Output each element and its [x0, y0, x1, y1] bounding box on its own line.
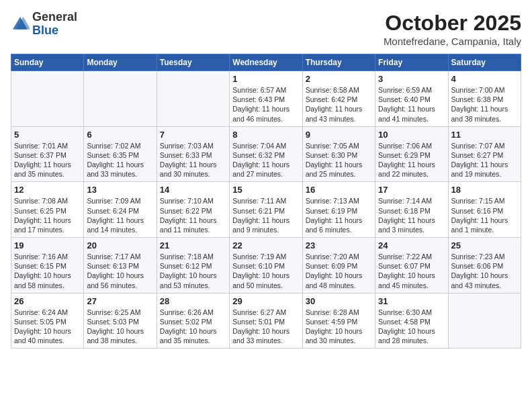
- day-info: Sunrise: 7:10 AM Sunset: 6:22 PM Dayligh…: [160, 197, 217, 234]
- day-number: 15: [232, 185, 299, 195]
- calendar-cell: 5Sunrise: 7:01 AM Sunset: 6:37 PM Daylig…: [11, 126, 84, 182]
- logo-blue-label: Blue: [32, 24, 77, 38]
- day-number: 20: [87, 240, 153, 250]
- week-row-4: 19Sunrise: 7:16 AM Sunset: 6:15 PM Dayli…: [11, 238, 521, 293]
- day-info: Sunrise: 7:14 AM Sunset: 6:18 PM Dayligh…: [378, 197, 435, 234]
- calendar-cell: 1Sunrise: 6:57 AM Sunset: 6:43 PM Daylig…: [230, 71, 302, 127]
- day-info: Sunrise: 6:25 AM Sunset: 5:03 PM Dayligh…: [87, 308, 144, 345]
- day-info: Sunrise: 7:08 AM Sunset: 6:25 PM Dayligh…: [14, 197, 71, 234]
- day-info: Sunrise: 6:26 AM Sunset: 5:02 PM Dayligh…: [160, 308, 217, 345]
- day-number: 29: [232, 296, 299, 306]
- calendar-cell: 8Sunrise: 7:04 AM Sunset: 6:32 PM Daylig…: [230, 126, 302, 182]
- calendar-subtitle: Montefredane, Campania, Italy: [384, 36, 521, 47]
- day-info: Sunrise: 7:07 AM Sunset: 6:27 PM Dayligh…: [451, 142, 508, 179]
- day-info: Sunrise: 7:09 AM Sunset: 6:24 PM Dayligh…: [87, 197, 144, 234]
- calendar-cell: 6Sunrise: 7:02 AM Sunset: 6:35 PM Daylig…: [84, 126, 157, 182]
- day-info: Sunrise: 7:22 AM Sunset: 6:07 PM Dayligh…: [378, 253, 435, 289]
- calendar-table: SundayMondayTuesdayWednesdayThursdayFrid…: [11, 54, 521, 349]
- calendar-cell: 24Sunrise: 7:22 AM Sunset: 6:07 PM Dayli…: [375, 238, 448, 293]
- page-header: General Blue October 2025 Montefredane, …: [11, 11, 521, 47]
- header-thursday: Thursday: [302, 54, 375, 71]
- calendar-cell: 14Sunrise: 7:10 AM Sunset: 6:22 PM Dayli…: [157, 182, 229, 238]
- day-info: Sunrise: 6:30 AM Sunset: 4:58 PM Dayligh…: [378, 308, 435, 345]
- day-info: Sunrise: 6:28 AM Sunset: 4:59 PM Dayligh…: [306, 308, 363, 345]
- calendar-title: October 2025: [384, 11, 521, 36]
- day-info: Sunrise: 7:19 AM Sunset: 6:10 PM Dayligh…: [232, 253, 290, 289]
- calendar-cell: 31Sunrise: 6:30 AM Sunset: 4:58 PM Dayli…: [375, 293, 448, 349]
- day-info: Sunrise: 6:58 AM Sunset: 6:42 PM Dayligh…: [306, 86, 363, 123]
- day-info: Sunrise: 6:24 AM Sunset: 5:05 PM Dayligh…: [14, 308, 71, 345]
- day-number: 24: [378, 240, 445, 250]
- day-info: Sunrise: 7:03 AM Sunset: 6:33 PM Dayligh…: [160, 142, 217, 179]
- week-row-1: 1Sunrise: 6:57 AM Sunset: 6:43 PM Daylig…: [11, 71, 521, 127]
- day-number: 13: [87, 185, 153, 195]
- header-saturday: Saturday: [448, 54, 521, 71]
- day-number: 21: [160, 240, 226, 250]
- day-number: 26: [14, 296, 81, 306]
- logo-general-label: General: [32, 11, 77, 24]
- week-row-5: 26Sunrise: 6:24 AM Sunset: 5:05 PM Dayli…: [11, 293, 521, 349]
- week-row-2: 5Sunrise: 7:01 AM Sunset: 6:37 PM Daylig…: [11, 126, 521, 182]
- day-info: Sunrise: 7:13 AM Sunset: 6:19 PM Dayligh…: [306, 197, 363, 234]
- day-number: 25: [451, 240, 518, 250]
- calendar-cell: 11Sunrise: 7:07 AM Sunset: 6:27 PM Dayli…: [448, 126, 521, 182]
- day-info: Sunrise: 6:59 AM Sunset: 6:40 PM Dayligh…: [378, 86, 435, 123]
- day-info: Sunrise: 7:18 AM Sunset: 6:12 PM Dayligh…: [160, 253, 217, 289]
- calendar-cell: 13Sunrise: 7:09 AM Sunset: 6:24 PM Dayli…: [84, 182, 157, 238]
- day-number: 10: [378, 130, 445, 140]
- day-number: 3: [378, 74, 445, 84]
- day-number: 9: [306, 130, 372, 140]
- logo-icon: [11, 15, 30, 34]
- header-wednesday: Wednesday: [230, 54, 302, 71]
- day-info: Sunrise: 7:11 AM Sunset: 6:21 PM Dayligh…: [232, 197, 290, 234]
- calendar-cell: 28Sunrise: 6:26 AM Sunset: 5:02 PM Dayli…: [157, 293, 229, 349]
- day-number: 14: [160, 185, 226, 195]
- calendar-cell: 15Sunrise: 7:11 AM Sunset: 6:21 PM Dayli…: [230, 182, 302, 238]
- day-number: 19: [14, 240, 81, 250]
- title-area: October 2025 Montefredane, Campania, Ita…: [384, 11, 521, 47]
- calendar-cell: 29Sunrise: 6:27 AM Sunset: 5:01 PM Dayli…: [230, 293, 302, 349]
- day-number: 4: [451, 74, 518, 84]
- day-info: Sunrise: 6:57 AM Sunset: 6:43 PM Dayligh…: [232, 86, 290, 123]
- week-row-3: 12Sunrise: 7:08 AM Sunset: 6:25 PM Dayli…: [11, 182, 521, 238]
- calendar-cell: 9Sunrise: 7:05 AM Sunset: 6:30 PM Daylig…: [302, 126, 375, 182]
- calendar-cell: 26Sunrise: 6:24 AM Sunset: 5:05 PM Dayli…: [11, 293, 84, 349]
- weekday-header-row: SundayMondayTuesdayWednesdayThursdayFrid…: [11, 54, 521, 71]
- day-number: 28: [160, 296, 226, 306]
- calendar-cell: 27Sunrise: 6:25 AM Sunset: 5:03 PM Dayli…: [84, 293, 157, 349]
- calendar-cell: [84, 71, 157, 127]
- calendar-cell: 12Sunrise: 7:08 AM Sunset: 6:25 PM Dayli…: [11, 182, 84, 238]
- day-info: Sunrise: 7:02 AM Sunset: 6:35 PM Dayligh…: [87, 142, 144, 179]
- day-info: Sunrise: 7:06 AM Sunset: 6:29 PM Dayligh…: [378, 142, 435, 179]
- day-info: Sunrise: 7:16 AM Sunset: 6:15 PM Dayligh…: [14, 253, 71, 289]
- day-number: 6: [87, 130, 153, 140]
- day-info: Sunrise: 7:04 AM Sunset: 6:32 PM Dayligh…: [232, 142, 290, 179]
- calendar-cell: 16Sunrise: 7:13 AM Sunset: 6:19 PM Dayli…: [302, 182, 375, 238]
- day-number: 27: [87, 296, 153, 306]
- day-info: Sunrise: 7:05 AM Sunset: 6:30 PM Dayligh…: [306, 142, 363, 179]
- calendar-cell: [11, 71, 84, 127]
- day-number: 22: [232, 240, 299, 250]
- calendar-cell: 19Sunrise: 7:16 AM Sunset: 6:15 PM Dayli…: [11, 238, 84, 293]
- day-number: 12: [14, 185, 81, 195]
- calendar-cell: 25Sunrise: 7:23 AM Sunset: 6:06 PM Dayli…: [448, 238, 521, 293]
- calendar-cell: 4Sunrise: 7:00 AM Sunset: 6:38 PM Daylig…: [448, 71, 521, 127]
- day-info: Sunrise: 7:00 AM Sunset: 6:38 PM Dayligh…: [451, 86, 508, 123]
- day-number: 1: [232, 74, 299, 84]
- day-number: 5: [14, 130, 81, 140]
- calendar-cell: 17Sunrise: 7:14 AM Sunset: 6:18 PM Dayli…: [375, 182, 448, 238]
- calendar-cell: 7Sunrise: 7:03 AM Sunset: 6:33 PM Daylig…: [157, 126, 229, 182]
- day-info: Sunrise: 7:23 AM Sunset: 6:06 PM Dayligh…: [451, 253, 508, 289]
- header-monday: Monday: [84, 54, 157, 71]
- day-number: 2: [306, 74, 372, 84]
- day-number: 23: [306, 240, 372, 250]
- day-number: 31: [378, 296, 445, 306]
- calendar-cell: 22Sunrise: 7:19 AM Sunset: 6:10 PM Dayli…: [230, 238, 302, 293]
- calendar-cell: 10Sunrise: 7:06 AM Sunset: 6:29 PM Dayli…: [375, 126, 448, 182]
- day-number: 7: [160, 130, 226, 140]
- day-info: Sunrise: 7:15 AM Sunset: 6:16 PM Dayligh…: [451, 197, 508, 234]
- logo-text: General Blue: [32, 11, 77, 38]
- header-sunday: Sunday: [11, 54, 84, 71]
- logo: General Blue: [11, 11, 77, 38]
- calendar-cell: 3Sunrise: 6:59 AM Sunset: 6:40 PM Daylig…: [375, 71, 448, 127]
